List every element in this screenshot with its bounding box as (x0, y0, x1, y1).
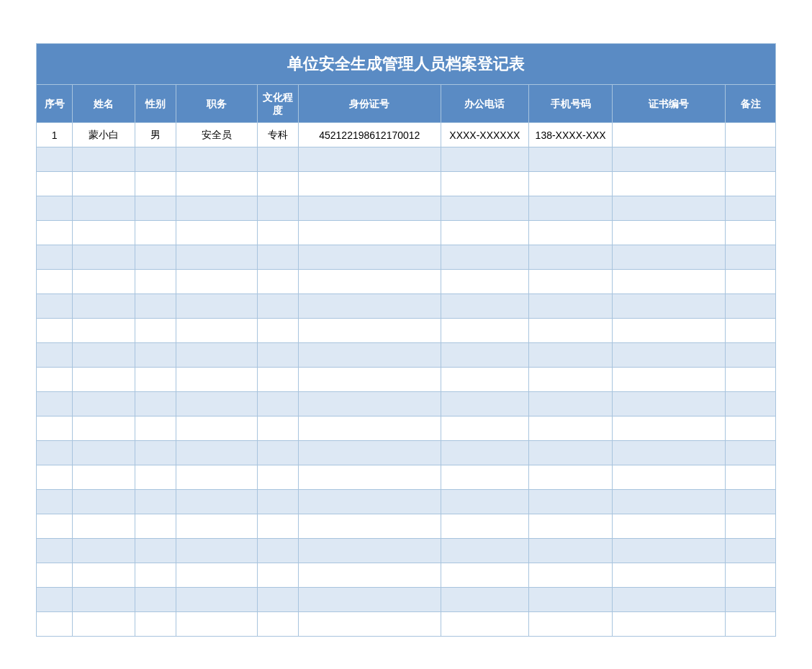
cell-seq (37, 368, 73, 392)
cell-name (73, 221, 135, 245)
cell-remark (726, 514, 776, 539)
cell-mobile (528, 417, 613, 441)
cell-remark (726, 612, 776, 637)
cell-idnum (298, 612, 441, 637)
cell-office: XXXX-XXXXXX (441, 123, 528, 147)
cell-education (258, 539, 299, 563)
cell-mobile (528, 319, 613, 343)
cell-idnum (298, 368, 441, 392)
cell-remark (726, 588, 776, 612)
cell-position: 安全员 (176, 123, 257, 147)
cell-remark (726, 563, 776, 588)
table-row (37, 417, 776, 441)
cell-remark (726, 147, 776, 172)
cell-gender (135, 465, 176, 490)
header-education: 文化程度 (258, 85, 299, 123)
cell-gender (135, 172, 176, 196)
cell-education (258, 343, 299, 368)
cell-idnum (298, 490, 441, 514)
cell-gender (135, 270, 176, 294)
cell-seq (37, 441, 73, 465)
cell-seq (37, 196, 73, 221)
cell-idnum (298, 147, 441, 172)
cell-mobile (528, 245, 613, 270)
cell-idnum: 452122198612170012 (298, 123, 441, 147)
cell-office (441, 270, 528, 294)
cell-seq (37, 563, 73, 588)
cell-name (73, 319, 135, 343)
cell-position (176, 294, 257, 319)
cell-cert (613, 319, 726, 343)
cell-education (258, 514, 299, 539)
cell-position (176, 441, 257, 465)
cell-cert (613, 123, 726, 147)
cell-idnum (298, 588, 441, 612)
cell-seq (37, 539, 73, 563)
cell-education (258, 417, 299, 441)
table-row (37, 221, 776, 245)
cell-name (73, 270, 135, 294)
cell-office (441, 294, 528, 319)
cell-seq (37, 270, 73, 294)
cell-remark (726, 319, 776, 343)
cell-remark (726, 221, 776, 245)
cell-mobile (528, 343, 613, 368)
cell-cert (613, 563, 726, 588)
cell-cert (613, 392, 726, 417)
cell-office (441, 343, 528, 368)
cell-seq (37, 588, 73, 612)
cell-gender (135, 343, 176, 368)
cell-cert (613, 245, 726, 270)
header-mobile: 手机号码 (528, 85, 613, 123)
cell-cert (613, 441, 726, 465)
cell-cert (613, 196, 726, 221)
cell-office (441, 417, 528, 441)
cell-mobile (528, 196, 613, 221)
cell-remark (726, 270, 776, 294)
cell-gender (135, 490, 176, 514)
table-row (37, 441, 776, 465)
cell-education (258, 221, 299, 245)
cell-gender (135, 514, 176, 539)
cell-position (176, 368, 257, 392)
cell-name (73, 417, 135, 441)
cell-mobile (528, 465, 613, 490)
table-row (37, 343, 776, 368)
cell-position (176, 172, 257, 196)
cell-mobile (528, 563, 613, 588)
cell-remark (726, 196, 776, 221)
cell-education (258, 270, 299, 294)
cell-remark (726, 245, 776, 270)
cell-cert (613, 417, 726, 441)
cell-cert (613, 270, 726, 294)
cell-idnum (298, 294, 441, 319)
cell-mobile: 138-XXXX-XXX (528, 123, 613, 147)
table-row (37, 245, 776, 270)
cell-gender (135, 319, 176, 343)
cell-mobile (528, 221, 613, 245)
cell-name (73, 368, 135, 392)
cell-name (73, 196, 135, 221)
cell-name (73, 465, 135, 490)
cell-mobile (528, 172, 613, 196)
cell-education (258, 147, 299, 172)
cell-education (258, 172, 299, 196)
table-row (37, 539, 776, 563)
cell-position (176, 612, 257, 637)
table-title: 单位安全生成管理人员档案登记表 (37, 44, 776, 85)
cell-office (441, 172, 528, 196)
cell-gender (135, 294, 176, 319)
cell-seq (37, 612, 73, 637)
cell-remark (726, 465, 776, 490)
cell-position (176, 563, 257, 588)
table-row: 1蒙小白男安全员专科452122198612170012XXXX-XXXXXX1… (37, 123, 776, 147)
cell-position (176, 588, 257, 612)
header-gender: 性别 (135, 85, 176, 123)
cell-position (176, 465, 257, 490)
cell-seq (37, 245, 73, 270)
table-row (37, 490, 776, 514)
cell-education (258, 368, 299, 392)
cell-idnum (298, 270, 441, 294)
cell-office (441, 441, 528, 465)
cell-office (441, 392, 528, 417)
